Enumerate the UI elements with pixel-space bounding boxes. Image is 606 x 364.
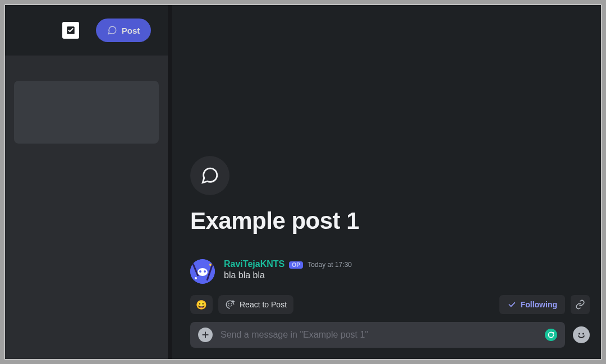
composer-row	[190, 322, 590, 348]
avatar[interactable]	[190, 259, 215, 284]
sidebar-card-placeholder[interactable]	[14, 81, 159, 144]
chat-content: Example post 1 R	[190, 156, 590, 348]
grammarly-icon[interactable]	[545, 329, 557, 341]
svg-point-10	[579, 333, 580, 334]
svg-point-2	[195, 277, 197, 279]
svg-point-6	[204, 270, 206, 273]
svg-point-7	[228, 303, 229, 304]
channel-sidebar: Post	[5, 5, 168, 359]
react-emoji-button[interactable]: 😀	[190, 295, 213, 314]
op-badge: OP	[289, 261, 303, 269]
thread-icon-disc	[190, 156, 229, 195]
chat-bubble-icon	[107, 25, 117, 35]
react-to-post-label: React to Post	[240, 300, 287, 309]
post-title: Example post 1	[190, 208, 590, 234]
chat-panel: Example post 1 R	[168, 5, 601, 359]
message-row: RaviTejaKNTS OP Today at 17:30 bla bla b…	[190, 259, 590, 284]
new-post-button[interactable]: Post	[96, 19, 151, 42]
svg-point-8	[231, 303, 232, 304]
author-name[interactable]: RaviTejaKNTS	[224, 259, 284, 269]
svg-point-5	[199, 270, 201, 273]
message-content: RaviTejaKNTS OP Today at 17:30 bla bla b…	[224, 259, 352, 284]
svg-point-9	[575, 329, 587, 341]
svg-point-3	[209, 264, 212, 266]
app-window: Post Example post 1	[4, 4, 602, 360]
add-reaction-icon	[225, 300, 235, 310]
following-label: Following	[521, 300, 557, 309]
message-body: bla bla bla	[224, 270, 352, 280]
grinning-emoji-icon: 😀	[196, 300, 207, 310]
check-icon	[507, 300, 516, 309]
svg-point-4	[198, 268, 208, 276]
svg-point-11	[582, 333, 584, 334]
share-link-button[interactable]	[571, 295, 590, 314]
attach-button[interactable]	[198, 328, 213, 342]
post-button-label: Post	[122, 26, 140, 35]
message-input-box[interactable]	[190, 322, 565, 348]
message-input[interactable]	[221, 330, 537, 340]
sidebar-header: Post	[5, 5, 168, 56]
message-header: RaviTejaKNTS OP Today at 17:30	[224, 259, 352, 269]
link-icon	[575, 300, 585, 310]
react-to-post-button[interactable]: React to Post	[218, 295, 293, 314]
emoji-picker-button[interactable]	[573, 326, 590, 343]
post-actions-row: 😀 React to Post Following	[190, 295, 590, 314]
card-checkbox-icon[interactable]	[62, 22, 79, 39]
following-button[interactable]: Following	[499, 295, 565, 314]
message-timestamp: Today at 17:30	[307, 261, 352, 269]
chat-bubble-icon	[200, 166, 219, 185]
